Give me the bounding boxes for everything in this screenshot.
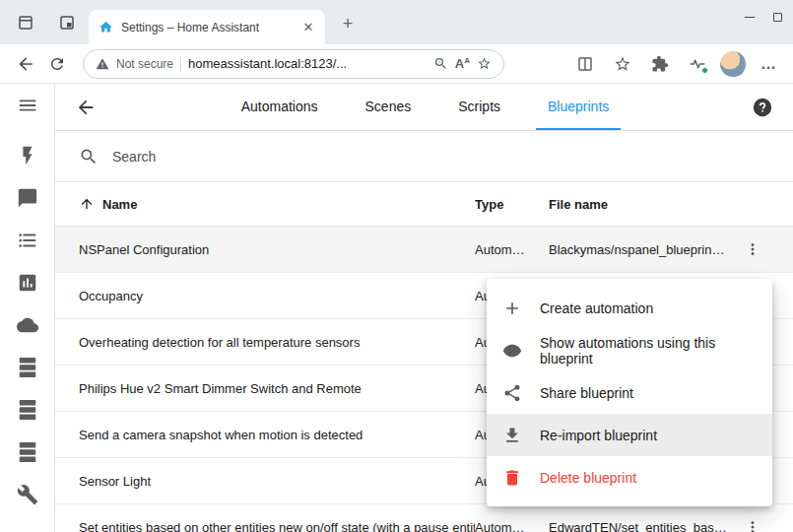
column-header-type[interactable]: Type <box>475 197 549 212</box>
tab-title: Settings – Home Assistant <box>121 21 292 34</box>
blueprint-name: NSPanel Configuration <box>79 242 475 257</box>
menu-item-share-blueprint[interactable]: Share blueprint <box>487 371 772 414</box>
tab-close-icon[interactable]: ✕ <box>299 19 317 36</box>
ha-back-icon[interactable] <box>75 96 99 119</box>
more-menu-icon[interactable]: … <box>754 49 783 79</box>
not-secure-alert-icon[interactable] <box>96 57 109 71</box>
maximize-icon[interactable] <box>763 4 791 30</box>
menu-item-create-automation[interactable]: Create automation <box>487 287 772 329</box>
table-row[interactable]: Set entities based on other entities new… <box>55 504 793 532</box>
tab-automations[interactable]: Automations <box>230 84 330 130</box>
sidebar-item-chat-icon[interactable] <box>15 186 40 210</box>
blueprint-file: EdwardTEN/set_entities_bas… <box>549 520 731 532</box>
row-overflow-menu-icon[interactable] <box>735 232 770 267</box>
workspaces-icon[interactable] <box>53 9 81 36</box>
search-input[interactable] <box>112 149 769 165</box>
share-icon <box>502 383 522 403</box>
divider <box>180 57 181 71</box>
blueprint-file: Blackymas/nspanel_blueprin… <box>549 242 731 257</box>
read-aloud-icon[interactable]: AA <box>455 56 470 71</box>
blueprint-name: Overheating detection for all temperatur… <box>79 335 475 350</box>
column-header-name[interactable]: Name <box>79 196 475 212</box>
window-controls <box>736 4 791 30</box>
blueprint-name: Occupancy <box>79 289 475 303</box>
sort-ascending-icon <box>79 196 95 212</box>
refresh-icon[interactable] <box>41 48 73 80</box>
menu-item-show-automations[interactable]: Show automations using this blueprint <box>487 329 772 371</box>
blueprint-context-menu: Create automation Show automations using… <box>487 279 772 506</box>
sidebar-item-server-icon[interactable] <box>15 440 40 464</box>
browser-essentials-icon[interactable] <box>683 49 712 79</box>
ha-sidebar <box>0 84 55 532</box>
help-icon[interactable] <box>752 96 775 119</box>
new-tab-icon[interactable]: + <box>335 11 361 36</box>
home-assistant-favicon <box>99 20 113 34</box>
sidebar-item-wrench-icon[interactable] <box>15 483 40 506</box>
blueprint-name: Send a camera snapshot when motion is de… <box>79 428 475 442</box>
split-screen-icon[interactable] <box>570 49 600 79</box>
sidebar-item-chart-icon[interactable] <box>15 271 40 295</box>
tab-blueprints[interactable]: Blueprints <box>536 84 621 130</box>
blueprint-type: Autom… <box>475 242 549 257</box>
security-label: Not secure <box>116 57 173 71</box>
tab-scripts[interactable]: Scripts <box>446 84 512 130</box>
profile-avatar[interactable] <box>720 51 746 77</box>
menu-item-reimport-blueprint[interactable]: Re-import blueprint <box>487 414 772 456</box>
search-bar <box>55 131 793 182</box>
sidebar-item-server-icon[interactable] <box>15 398 40 422</box>
extensions-icon[interactable] <box>645 49 675 79</box>
zoom-icon[interactable] <box>433 56 448 71</box>
blueprint-name: Sensor Light <box>79 474 475 489</box>
blueprint-type: Autom… <box>475 520 549 532</box>
eye-icon <box>502 341 522 361</box>
address-bar[interactable]: Not secure homeassistant.local:8123/... … <box>83 49 504 79</box>
browser-toolbar: Not secure homeassistant.local:8123/... … <box>0 44 793 84</box>
ha-header: Automations Scenes Scripts Blueprints <box>55 84 793 131</box>
table-header: Name Type File name <box>55 182 793 227</box>
minimize-icon[interactable] <box>736 4 763 30</box>
column-header-file[interactable]: File name <box>549 197 731 212</box>
sidebar-item-server-icon[interactable] <box>15 356 40 379</box>
browser-tab[interactable]: Settings – Home Assistant ✕ <box>89 10 325 44</box>
sidebar-item-list-icon[interactable] <box>15 229 40 252</box>
menu-item-delete-blueprint[interactable]: Delete blueprint <box>487 456 772 499</box>
status-dot <box>701 67 708 74</box>
sidebar-item-cloud-icon[interactable] <box>15 313 40 337</box>
browser-titlebar: Settings – Home Assistant ✕ + <box>0 0 793 44</box>
favorites-icon[interactable] <box>608 49 637 79</box>
blueprint-name: Philips Hue v2 Smart Dimmer Switch and R… <box>79 381 475 396</box>
url-text[interactable]: homeassistant.local:8123/... <box>188 56 427 71</box>
table-row[interactable]: NSPanel Configuration Autom… Blackymas/n… <box>55 227 793 273</box>
plus-icon <box>502 299 522 318</box>
tab-actions-icon[interactable] <box>12 9 39 36</box>
browser-window: Settings – Home Assistant ✕ + Not secure… <box>0 0 793 532</box>
delete-icon <box>502 468 522 488</box>
sidebar-item-flash-icon[interactable] <box>15 144 40 167</box>
row-overflow-menu-icon[interactable] <box>735 509 770 532</box>
favorite-star-icon[interactable] <box>477 56 492 71</box>
tab-scenes[interactable]: Scenes <box>354 84 424 130</box>
search-icon <box>79 147 99 166</box>
ha-tab-bar: Automations Scenes Scripts Blueprints <box>99 84 752 130</box>
download-icon <box>502 426 522 445</box>
back-icon[interactable] <box>10 48 41 80</box>
sidebar-menu-icon[interactable] <box>15 94 40 117</box>
ha-main: Automations Scenes Scripts Blueprints Na… <box>55 84 793 532</box>
blueprint-name: Set entities based on other entities new… <box>79 520 475 532</box>
